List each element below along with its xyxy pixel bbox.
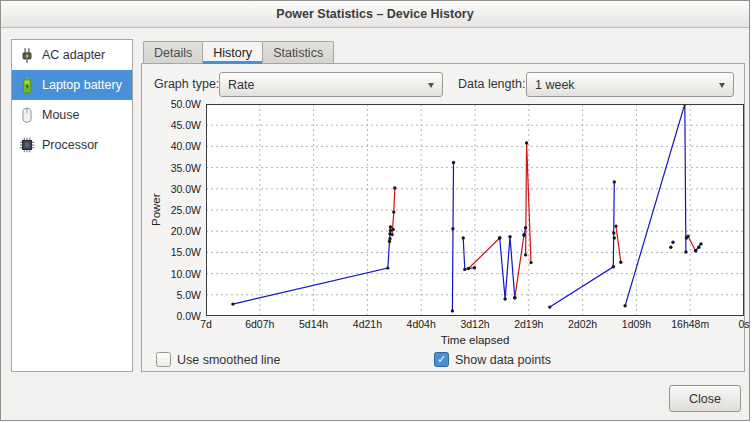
chevron-down-icon [719, 83, 725, 88]
x-tick-label: 7d [200, 318, 212, 330]
tab-label: History [213, 46, 252, 60]
x-tick-label: 5d14h [299, 318, 328, 330]
data-length-label: Data length: [458, 77, 525, 91]
x-axis-label: Time elapsed [206, 332, 744, 348]
y-tick-label: 50.0W [171, 98, 201, 110]
plot-area [206, 104, 744, 316]
sidebar-item-label: Processor [42, 138, 98, 152]
history-tab-panel: Graph type: Rate Data length: 1 week Pow… [141, 63, 745, 372]
chevron-down-icon [428, 83, 434, 88]
y-tick-label: 0.0W [176, 310, 201, 322]
sidebar-item-processor[interactable]: Processor [12, 130, 132, 160]
data-length-select[interactable]: 1 week [526, 72, 734, 97]
smoothed-line-label: Use smoothed line [177, 353, 281, 367]
battery-icon [17, 75, 37, 95]
y-tick-label: 40.0W [171, 140, 201, 152]
y-axis-label: Power [148, 104, 164, 316]
show-data-points-checkbox[interactable] [434, 352, 449, 367]
y-tick-label: 20.0W [171, 225, 201, 237]
y-tick-label: 5.0W [176, 289, 201, 301]
device-notebook: Details History Statistics Graph type: R… [141, 39, 745, 372]
smoothed-line-checkbox-row[interactable]: Use smoothed line [156, 352, 281, 367]
data-length-value: 1 week [535, 78, 575, 92]
x-tick-label: 16h48m [671, 318, 709, 330]
sidebar-item-label: Mouse [42, 108, 80, 122]
titlebar[interactable]: Power Statistics – Device History [1, 1, 749, 28]
sidebar-item-label: Laptop battery [42, 78, 122, 92]
y-tick-label: 30.0W [171, 183, 201, 195]
history-chart: Power 50.0W45.0W40.0W35.0W30.0W25.0W20.0… [148, 104, 744, 348]
show-data-points-checkbox-row[interactable]: Show data points [434, 352, 551, 367]
tab-bar: Details History Statistics [141, 39, 745, 63]
tab-label: Statistics [273, 46, 323, 60]
x-tick-label: 4d04h [407, 318, 436, 330]
sidebar-item-ac-adapter[interactable]: AC adapter [12, 40, 132, 70]
graph-type-label: Graph type: [154, 77, 219, 91]
tab-history[interactable]: History [202, 41, 263, 64]
sidebar-item-laptop-battery[interactable]: Laptop battery [12, 70, 132, 100]
power-history-plot [206, 104, 744, 316]
y-tick-label: 15.0W [171, 246, 201, 258]
tab-details[interactable]: Details [143, 41, 203, 63]
graph-type-value: Rate [228, 78, 254, 92]
x-tick-label: 2d19h [514, 318, 543, 330]
x-axis-ticks: 7d6d07h5d14h4d21h4d04h3d12h2d19h2d02h1d0… [206, 316, 744, 332]
ac-adapter-icon [17, 45, 37, 65]
x-tick-label: 1d09h [622, 318, 651, 330]
sidebar-item-label: AC adapter [42, 48, 105, 62]
sidebar-item-mouse[interactable]: Mouse [12, 100, 132, 130]
show-data-points-label: Show data points [455, 353, 551, 367]
device-list: AC adapter Laptop battery M [11, 39, 133, 372]
close-button[interactable]: Close [669, 385, 741, 412]
y-axis-ticks: 50.0W45.0W40.0W35.0W30.0W25.0W20.0W15.0W… [164, 104, 206, 316]
tab-statistics[interactable]: Statistics [262, 41, 334, 63]
y-tick-label: 35.0W [171, 162, 201, 174]
processor-icon [17, 135, 37, 155]
x-tick-label: 4d21h [353, 318, 382, 330]
graph-type-select[interactable]: Rate [219, 72, 443, 97]
tab-label: Details [154, 46, 192, 60]
smoothed-line-checkbox[interactable] [156, 352, 171, 367]
y-tick-label: 25.0W [171, 204, 201, 216]
window-title: Power Statistics – Device History [276, 7, 473, 21]
x-tick-label: 2d02h [568, 318, 597, 330]
y-tick-label: 45.0W [171, 119, 201, 131]
x-tick-label: 3d12h [460, 318, 489, 330]
x-tick-label: 0s [738, 318, 749, 330]
power-statistics-window: Power Statistics – Device History AC ada… [0, 0, 750, 421]
mouse-icon [17, 105, 37, 125]
x-tick-label: 6d07h [245, 318, 274, 330]
y-tick-label: 10.0W [171, 268, 201, 280]
